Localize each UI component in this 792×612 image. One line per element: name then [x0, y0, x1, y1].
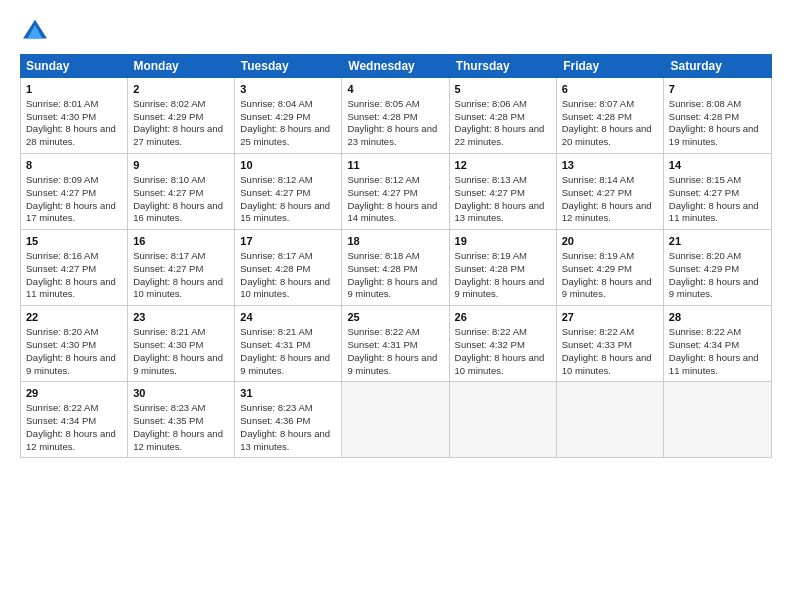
day-number: 3 — [240, 82, 336, 97]
weekday-header-thursday: Thursday — [450, 54, 557, 78]
cal-cell-13: 13Sunrise: 8:14 AMSunset: 4:27 PMDayligh… — [557, 154, 664, 229]
sunrise-text: Sunrise: 8:19 AM — [562, 250, 634, 261]
weekday-header-saturday: Saturday — [665, 54, 772, 78]
sunset-text: Sunset: 4:27 PM — [133, 187, 203, 198]
cal-cell-20: 20Sunrise: 8:19 AMSunset: 4:29 PMDayligh… — [557, 230, 664, 305]
sunrise-text: Sunrise: 8:17 AM — [133, 250, 205, 261]
daylight-text: Daylight: 8 hours and 23 minutes. — [347, 123, 437, 147]
daylight-text: Daylight: 8 hours and 13 minutes. — [455, 200, 545, 224]
sunset-text: Sunset: 4:28 PM — [562, 111, 632, 122]
day-number: 24 — [240, 310, 336, 325]
sunrise-text: Sunrise: 8:01 AM — [26, 98, 98, 109]
day-number: 10 — [240, 158, 336, 173]
sunset-text: Sunset: 4:29 PM — [669, 263, 739, 274]
cal-cell-19: 19Sunrise: 8:19 AMSunset: 4:28 PMDayligh… — [450, 230, 557, 305]
sunrise-text: Sunrise: 8:16 AM — [26, 250, 98, 261]
page: SundayMondayTuesdayWednesdayThursdayFrid… — [0, 0, 792, 612]
daylight-text: Daylight: 8 hours and 9 minutes. — [347, 276, 437, 300]
day-number: 15 — [26, 234, 122, 249]
daylight-text: Daylight: 8 hours and 9 minutes. — [133, 352, 223, 376]
sunrise-text: Sunrise: 8:22 AM — [26, 402, 98, 413]
daylight-text: Daylight: 8 hours and 9 minutes. — [26, 352, 116, 376]
day-number: 20 — [562, 234, 658, 249]
sunset-text: Sunset: 4:31 PM — [347, 339, 417, 350]
day-number: 17 — [240, 234, 336, 249]
daylight-text: Daylight: 8 hours and 11 minutes. — [669, 352, 759, 376]
sunrise-text: Sunrise: 8:14 AM — [562, 174, 634, 185]
weekday-header-friday: Friday — [557, 54, 664, 78]
day-number: 5 — [455, 82, 551, 97]
day-number: 6 — [562, 82, 658, 97]
weekday-header-wednesday: Wednesday — [342, 54, 449, 78]
sunset-text: Sunset: 4:30 PM — [26, 111, 96, 122]
daylight-text: Daylight: 8 hours and 14 minutes. — [347, 200, 437, 224]
day-number: 4 — [347, 82, 443, 97]
sunrise-text: Sunrise: 8:05 AM — [347, 98, 419, 109]
daylight-text: Daylight: 8 hours and 25 minutes. — [240, 123, 330, 147]
sunset-text: Sunset: 4:28 PM — [240, 263, 310, 274]
sunrise-text: Sunrise: 8:02 AM — [133, 98, 205, 109]
daylight-text: Daylight: 8 hours and 9 minutes. — [240, 352, 330, 376]
cal-cell-8: 8Sunrise: 8:09 AMSunset: 4:27 PMDaylight… — [21, 154, 128, 229]
daylight-text: Daylight: 8 hours and 28 minutes. — [26, 123, 116, 147]
sunrise-text: Sunrise: 8:10 AM — [133, 174, 205, 185]
daylight-text: Daylight: 8 hours and 9 minutes. — [347, 352, 437, 376]
sunset-text: Sunset: 4:34 PM — [26, 415, 96, 426]
sunrise-text: Sunrise: 8:22 AM — [669, 326, 741, 337]
sunset-text: Sunset: 4:27 PM — [455, 187, 525, 198]
cal-header: SundayMondayTuesdayWednesdayThursdayFrid… — [20, 54, 772, 78]
sunrise-text: Sunrise: 8:22 AM — [562, 326, 634, 337]
sunrise-text: Sunrise: 8:22 AM — [347, 326, 419, 337]
day-number: 7 — [669, 82, 766, 97]
sunset-text: Sunset: 4:28 PM — [669, 111, 739, 122]
day-number: 2 — [133, 82, 229, 97]
day-number: 11 — [347, 158, 443, 173]
cal-cell-empty — [342, 382, 449, 457]
daylight-text: Daylight: 8 hours and 12 minutes. — [133, 428, 223, 452]
cal-cell-25: 25Sunrise: 8:22 AMSunset: 4:31 PMDayligh… — [342, 306, 449, 381]
day-number: 28 — [669, 310, 766, 325]
daylight-text: Daylight: 8 hours and 27 minutes. — [133, 123, 223, 147]
cal-cell-empty — [664, 382, 771, 457]
day-number: 26 — [455, 310, 551, 325]
day-number: 12 — [455, 158, 551, 173]
cal-cell-9: 9Sunrise: 8:10 AMSunset: 4:27 PMDaylight… — [128, 154, 235, 229]
sunset-text: Sunset: 4:27 PM — [26, 263, 96, 274]
daylight-text: Daylight: 8 hours and 11 minutes. — [669, 200, 759, 224]
cal-cell-27: 27Sunrise: 8:22 AMSunset: 4:33 PMDayligh… — [557, 306, 664, 381]
cal-cell-17: 17Sunrise: 8:17 AMSunset: 4:28 PMDayligh… — [235, 230, 342, 305]
day-number: 31 — [240, 386, 336, 401]
cal-cell-3: 3Sunrise: 8:04 AMSunset: 4:29 PMDaylight… — [235, 78, 342, 153]
sunrise-text: Sunrise: 8:20 AM — [26, 326, 98, 337]
cal-cell-23: 23Sunrise: 8:21 AMSunset: 4:30 PMDayligh… — [128, 306, 235, 381]
day-number: 30 — [133, 386, 229, 401]
cal-cell-empty — [450, 382, 557, 457]
cal-cell-6: 6Sunrise: 8:07 AMSunset: 4:28 PMDaylight… — [557, 78, 664, 153]
sunset-text: Sunset: 4:36 PM — [240, 415, 310, 426]
weekday-header-monday: Monday — [127, 54, 234, 78]
sunrise-text: Sunrise: 8:17 AM — [240, 250, 312, 261]
cal-cell-12: 12Sunrise: 8:13 AMSunset: 4:27 PMDayligh… — [450, 154, 557, 229]
sunset-text: Sunset: 4:27 PM — [347, 187, 417, 198]
day-number: 13 — [562, 158, 658, 173]
day-number: 27 — [562, 310, 658, 325]
sunset-text: Sunset: 4:34 PM — [669, 339, 739, 350]
weekday-header-sunday: Sunday — [20, 54, 127, 78]
daylight-text: Daylight: 8 hours and 10 minutes. — [562, 352, 652, 376]
sunrise-text: Sunrise: 8:13 AM — [455, 174, 527, 185]
sunrise-text: Sunrise: 8:12 AM — [240, 174, 312, 185]
cal-row-3: 15Sunrise: 8:16 AMSunset: 4:27 PMDayligh… — [21, 230, 771, 306]
cal-cell-16: 16Sunrise: 8:17 AMSunset: 4:27 PMDayligh… — [128, 230, 235, 305]
daylight-text: Daylight: 8 hours and 13 minutes. — [240, 428, 330, 452]
day-number: 14 — [669, 158, 766, 173]
cal-row-4: 22Sunrise: 8:20 AMSunset: 4:30 PMDayligh… — [21, 306, 771, 382]
day-number: 25 — [347, 310, 443, 325]
sunrise-text: Sunrise: 8:18 AM — [347, 250, 419, 261]
sunset-text: Sunset: 4:27 PM — [669, 187, 739, 198]
daylight-text: Daylight: 8 hours and 10 minutes. — [240, 276, 330, 300]
sunrise-text: Sunrise: 8:08 AM — [669, 98, 741, 109]
sunrise-text: Sunrise: 8:04 AM — [240, 98, 312, 109]
daylight-text: Daylight: 8 hours and 20 minutes. — [562, 123, 652, 147]
sunrise-text: Sunrise: 8:23 AM — [133, 402, 205, 413]
sunset-text: Sunset: 4:29 PM — [562, 263, 632, 274]
